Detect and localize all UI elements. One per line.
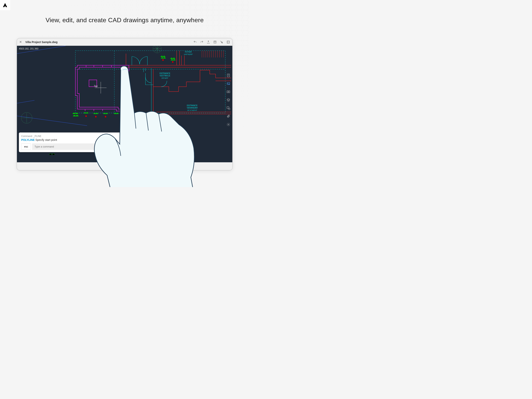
tool-attach-icon[interactable] xyxy=(226,114,231,119)
svg-point-36 xyxy=(162,59,164,61)
drawing-canvas[interactable]: 4503.192, 201.360 xyxy=(17,46,232,163)
coordinate-display: 4503.192, 201.360 xyxy=(19,47,38,50)
vestibule-label: ENTRANCE xyxy=(159,72,170,74)
tool-properties-icon[interactable] xyxy=(226,73,231,78)
svg-point-52 xyxy=(228,124,229,125)
autodesk-logo xyxy=(0,0,10,10)
redo-icon[interactable] xyxy=(200,40,203,44)
command-name: POLYLINE xyxy=(21,138,35,142)
verandah-label2: VERANDAH xyxy=(187,107,198,109)
tool-view-icon[interactable] xyxy=(226,90,231,94)
enter-button[interactable]: Enter xyxy=(112,143,124,150)
svg-point-51 xyxy=(228,108,230,110)
expand-icon[interactable] xyxy=(227,40,230,44)
undo-icon[interactable] xyxy=(193,40,197,44)
tap-label: Tap xyxy=(94,85,98,87)
command-input[interactable] xyxy=(32,143,111,150)
tool-shape-icon[interactable] xyxy=(226,106,231,110)
device-frame: ✕ Villa Project Sample.dwg 4503.192, 201… xyxy=(17,38,233,170)
svg-point-37 xyxy=(172,61,173,63)
vestibule-dim: 9'0"x9'0" xyxy=(162,77,168,79)
svg-point-40 xyxy=(105,116,106,117)
svg-point-39 xyxy=(95,116,97,117)
measure-icon[interactable] xyxy=(220,40,223,44)
command-history: Command: _PLINE xyxy=(21,135,124,138)
command-text: Specify start point xyxy=(35,138,57,142)
page-headline: View, edit, and create CAD drawings anyt… xyxy=(0,17,249,24)
esc-button[interactable]: esc xyxy=(21,143,31,150)
svg-rect-0 xyxy=(214,41,216,43)
verandah-label: ENTRANCE xyxy=(187,104,197,107)
svg-point-38 xyxy=(85,115,87,117)
foyer-dim: 14'0"X15'9" xyxy=(184,53,193,55)
tool-settings-icon[interactable] xyxy=(226,122,231,127)
svg-rect-48 xyxy=(227,91,230,93)
svg-point-49 xyxy=(228,91,229,92)
foyer-label: FOYER xyxy=(185,51,192,53)
vestibule-label2: VESTIBULE xyxy=(159,75,170,77)
command-panel: Command: _PLINE POLYLINE Specify start p… xyxy=(19,133,126,152)
command-prompt: POLYLINE Specify start point xyxy=(21,138,124,142)
svg-rect-6 xyxy=(75,51,225,113)
verandah-dim: 12'-1"x19'-6" xyxy=(187,109,197,111)
tool-draw-icon[interactable] xyxy=(226,81,231,86)
side-toolbar xyxy=(226,73,231,127)
upload-icon[interactable] xyxy=(207,40,210,44)
document-filename: Villa Project Sample.dwg xyxy=(25,40,193,44)
home-indicator xyxy=(17,162,232,170)
svg-line-5 xyxy=(17,116,87,126)
svg-line-4 xyxy=(17,100,34,103)
save-icon[interactable] xyxy=(213,40,217,44)
close-icon[interactable]: ✕ xyxy=(19,40,22,44)
tool-layers-icon[interactable] xyxy=(226,98,231,102)
top-toolbar: ✕ Villa Project Sample.dwg xyxy=(17,38,232,46)
